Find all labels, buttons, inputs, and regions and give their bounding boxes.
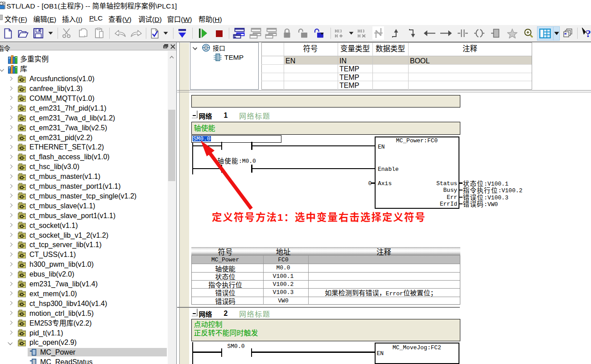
svg-text:?: ? — [586, 28, 591, 39]
